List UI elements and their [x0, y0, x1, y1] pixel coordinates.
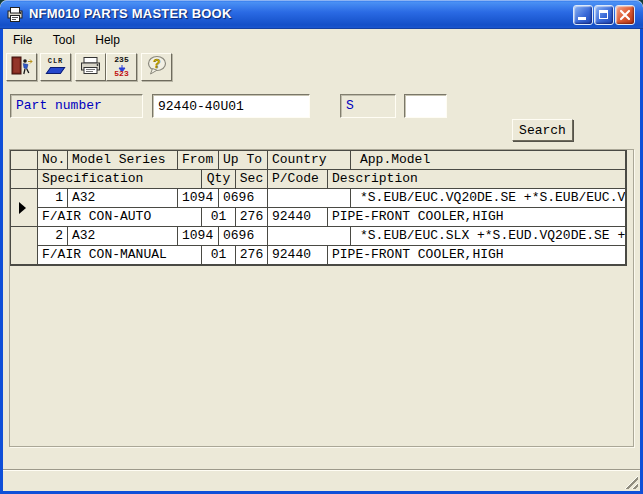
help-button[interactable]: ?	[141, 53, 172, 81]
cell-description[interactable]: PIPE-FRONT COOLER,HIGH	[328, 246, 626, 265]
window-border-left	[0, 20, 3, 494]
cell-qty[interactable]: 01	[202, 208, 236, 227]
cell-no[interactable]: 2	[38, 227, 68, 246]
col-header-up-to[interactable]: Up To	[219, 151, 268, 170]
menu-file[interactable]: File	[5, 31, 40, 47]
renumber-button[interactable]: 235 523	[106, 53, 137, 81]
s-input[interactable]	[404, 94, 447, 118]
exit-door-icon	[10, 56, 34, 76]
col-header-specification[interactable]: Specification	[38, 170, 202, 189]
search-button[interactable]: Search	[512, 119, 573, 141]
cell-from[interactable]: 1094	[178, 189, 219, 208]
eraser-icon	[46, 67, 66, 74]
cell-model-series[interactable]: A32	[68, 227, 178, 246]
title-bar[interactable]: NFM010 PARTS MASTER BOOK	[0, 0, 643, 29]
col-header-country[interactable]: Country	[268, 151, 351, 170]
cell-country[interactable]	[268, 189, 351, 208]
cell-specification[interactable]: F/AIR CON-AUTO	[38, 208, 202, 227]
cell-from[interactable]: 1094	[178, 227, 219, 246]
minimize-button[interactable]	[573, 5, 593, 25]
selector-header-cell2	[11, 170, 38, 189]
app-window: NFM010 PARTS MASTER BOOK File Tool Help	[0, 0, 643, 494]
col-header-from[interactable]: From	[178, 151, 219, 170]
toolbar: CLR 235 523 ?	[3, 50, 640, 84]
status-bar	[3, 471, 640, 491]
selector-header-cell	[11, 151, 38, 170]
cell-no[interactable]: 1	[38, 189, 68, 208]
menu-tool[interactable]: Tool	[45, 31, 83, 47]
col-header-no[interactable]: No.	[38, 151, 68, 170]
menu-help[interactable]: Help	[87, 31, 128, 47]
close-icon	[616, 6, 634, 24]
cell-country[interactable]	[268, 227, 351, 246]
maximize-button[interactable]	[594, 5, 614, 25]
cell-model-series[interactable]: A32	[68, 189, 178, 208]
svg-text:?: ?	[153, 57, 160, 71]
cell-app-model[interactable]: *S.EUB/EUC.VQ20DE.SE +*S.EUB/EUC.VQ	[351, 189, 626, 208]
help-bubble-icon: ?	[146, 55, 168, 76]
row-selector-record-1[interactable]	[11, 189, 38, 227]
col-header-sec[interactable]: Sec	[236, 170, 268, 189]
col-header-description[interactable]: Description	[328, 170, 626, 189]
cell-qty[interactable]: 01	[202, 246, 236, 265]
printer-icon	[79, 56, 103, 76]
cell-p-code[interactable]: 92440	[268, 246, 328, 265]
cell-sec[interactable]: 276	[236, 246, 268, 265]
cell-p-code[interactable]: 92440	[268, 208, 328, 227]
current-row-arrow-icon	[19, 202, 26, 214]
cell-description[interactable]: PIPE-FRONT COOLER,HIGH	[328, 208, 626, 227]
cell-specification[interactable]: F/AIR CON-MANUAL	[38, 246, 202, 265]
col-header-qty[interactable]: Qty	[202, 170, 236, 189]
col-header-model-series[interactable]: Model Series	[68, 151, 178, 170]
part-number-input[interactable]	[152, 94, 310, 118]
renumber-top-label: 235	[107, 56, 136, 64]
cell-app-model[interactable]: *S.EUB/EUC.SLX +*S.EUD.VQ20DE.SE +*	[351, 227, 626, 246]
cell-up-to[interactable]: 0696	[219, 227, 268, 246]
resize-grip[interactable]	[624, 475, 638, 489]
row-selector-record-2[interactable]	[11, 227, 38, 265]
col-header-app-model[interactable]: App.Model	[351, 151, 626, 170]
parts-grid: No. Model Series From Up To Country App.…	[10, 150, 627, 266]
s-label: S	[340, 94, 396, 118]
clear-button[interactable]: CLR	[40, 53, 71, 81]
exit-button[interactable]	[6, 53, 37, 81]
print-button[interactable]	[75, 53, 106, 81]
col-header-p-code[interactable]: P/Code	[268, 170, 328, 189]
maximize-icon	[599, 10, 608, 19]
part-number-label: Part number	[10, 94, 143, 118]
clear-label: CLR	[41, 57, 70, 65]
close-button[interactable]	[615, 5, 635, 25]
renumber-bottom-label: 523	[107, 70, 136, 78]
app-printer-icon	[7, 6, 24, 23]
window-title: NFM010 PARTS MASTER BOOK	[29, 6, 231, 21]
cell-up-to[interactable]: 0696	[219, 189, 268, 208]
cell-sec[interactable]: 276	[236, 208, 268, 227]
minimize-icon	[578, 17, 586, 20]
menu-bar: File Tool Help	[3, 30, 640, 48]
